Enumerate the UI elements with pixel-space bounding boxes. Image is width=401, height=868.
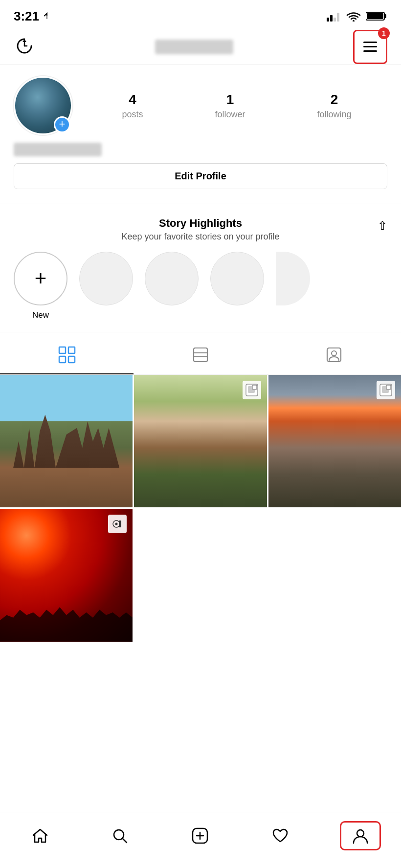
svg-rect-25 — [386, 385, 391, 390]
multi-badge-2 — [243, 381, 261, 399]
highlight-item-2[interactable] — [145, 252, 199, 320]
svg-point-28 — [115, 523, 118, 525]
svg-rect-7 — [384, 14, 386, 18]
posts-label: posts — [122, 109, 143, 120]
svg-point-5 — [353, 20, 355, 22]
profile-top: + 4 posts 1 follower 2 following — [14, 76, 387, 135]
svg-rect-15 — [194, 348, 207, 362]
following-count: 2 — [331, 92, 338, 108]
highlights-section: Story Highlights Keep your favorite stor… — [0, 203, 401, 332]
username-blur — [155, 40, 233, 54]
home-icon — [30, 825, 50, 846]
followers-stat[interactable]: 1 follower — [215, 92, 245, 120]
status-bar: 3:21 — [0, 0, 401, 29]
highlight-item-3[interactable] — [210, 252, 264, 320]
profile-stats: 4 posts 1 follower 2 following — [86, 92, 387, 120]
grid-item-1[interactable] — [0, 375, 133, 507]
nav-add[interactable] — [180, 822, 220, 850]
highlight-item-4[interactable] — [276, 252, 310, 320]
profile-icon — [350, 825, 371, 846]
history-button[interactable] — [14, 35, 35, 59]
app-header: 1 — [0, 29, 401, 65]
highlights-subtitle: Keep your favorite stories on your profi… — [76, 232, 325, 242]
following-label: following — [317, 109, 351, 120]
reel-badge-4 — [108, 515, 127, 533]
highlights-header: Story Highlights Keep your favorite stor… — [14, 217, 387, 242]
status-icons — [327, 11, 387, 22]
svg-rect-22 — [252, 385, 257, 390]
nav-search[interactable] — [100, 822, 140, 850]
svg-rect-14 — [68, 356, 75, 363]
tab-tagged[interactable] — [267, 336, 401, 374]
bottom-nav — [0, 812, 401, 868]
highlight-circle-partial[interactable] — [276, 252, 310, 305]
svg-rect-11 — [59, 347, 66, 353]
profile-name-area: Edit Profile — [14, 143, 387, 189]
search-icon — [110, 825, 130, 846]
grid-item-4[interactable] — [0, 509, 133, 641]
username-area — [35, 40, 353, 54]
svg-line-30 — [122, 838, 127, 843]
menu-button[interactable]: 1 — [353, 30, 387, 64]
new-highlight-label: New — [32, 310, 49, 320]
heart-icon — [270, 825, 290, 846]
svg-rect-1 — [327, 18, 329, 22]
add-icon — [190, 825, 210, 846]
svg-rect-2 — [330, 15, 333, 22]
svg-rect-3 — [334, 18, 336, 22]
highlights-title: Story Highlights — [76, 217, 325, 230]
nav-activity[interactable] — [260, 822, 300, 850]
posts-stat[interactable]: 4 posts — [122, 92, 143, 120]
highlight-circle-1[interactable] — [79, 252, 133, 305]
svg-rect-12 — [68, 347, 75, 353]
menu-badge: 1 — [378, 27, 390, 39]
post-image-1 — [0, 375, 133, 507]
content-tabs — [0, 336, 401, 375]
highlight-item-1[interactable] — [79, 252, 133, 320]
photo-grid — [0, 375, 401, 642]
highlights-text: Story Highlights Keep your favorite stor… — [76, 217, 325, 242]
nav-profile[interactable] — [340, 821, 381, 850]
grid-item-3[interactable] — [268, 375, 401, 507]
tab-grid[interactable] — [0, 336, 134, 374]
svg-rect-4 — [337, 13, 339, 22]
grid-item-2[interactable] — [134, 375, 267, 507]
new-highlight-circle[interactable]: + — [14, 252, 67, 305]
following-stat[interactable]: 2 following — [317, 92, 351, 120]
svg-point-34 — [357, 830, 364, 837]
profile-section: + 4 posts 1 follower 2 following Edit Pr… — [0, 65, 401, 199]
multi-badge-3 — [377, 381, 395, 399]
followers-label: follower — [215, 109, 245, 120]
svg-rect-13 — [59, 356, 66, 363]
bottom-spacer — [0, 642, 401, 710]
edit-profile-button[interactable]: Edit Profile — [14, 163, 387, 189]
add-story-button[interactable]: + — [54, 116, 70, 133]
svg-rect-27 — [119, 521, 121, 527]
posts-count: 4 — [129, 92, 136, 108]
svg-rect-8 — [367, 13, 383, 19]
nav-home[interactable] — [20, 822, 60, 850]
avatar-wrap[interactable]: + — [14, 76, 72, 135]
chevron-up-icon[interactable]: ⇧ — [378, 219, 387, 233]
highlight-circle-2[interactable] — [145, 252, 199, 305]
highlights-circles: + New — [14, 252, 387, 320]
highlight-circle-3[interactable] — [210, 252, 264, 305]
plus-icon: + — [35, 268, 47, 289]
followers-count: 1 — [226, 92, 234, 108]
status-time: 3:21 — [14, 9, 52, 24]
tab-reels[interactable] — [134, 336, 267, 374]
profile-name-blur — [14, 143, 102, 156]
svg-point-19 — [332, 351, 336, 356]
new-highlight-item[interactable]: + New — [14, 252, 67, 320]
hamburger-icon — [363, 42, 377, 52]
